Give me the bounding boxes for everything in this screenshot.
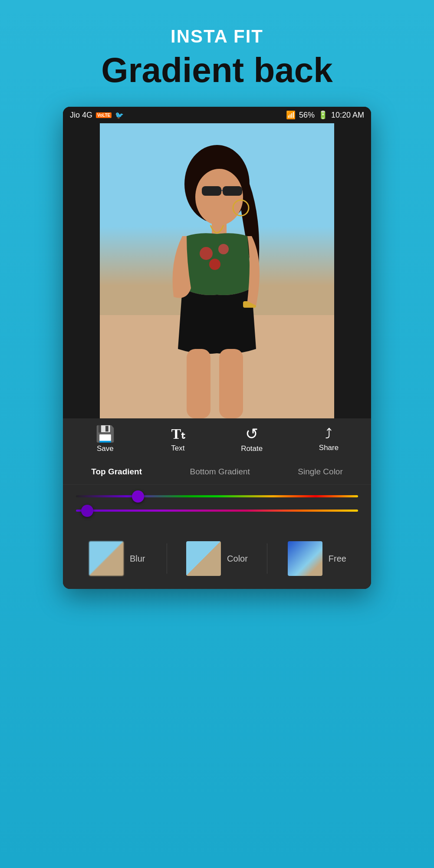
rotate-label: Rotate xyxy=(241,444,263,453)
color-slider-track xyxy=(76,495,358,497)
tab-top-gradient[interactable]: Top Gradient xyxy=(88,465,145,478)
saturation-slider-track xyxy=(76,510,358,512)
text-button[interactable]: Tₜ Text xyxy=(171,427,184,453)
app-subtitle: INSTA FIT xyxy=(9,26,425,47)
volte-badge: VoLTE xyxy=(96,112,112,118)
svg-point-8 xyxy=(209,259,220,270)
preset-color-thumb xyxy=(186,541,221,576)
carrier-text: Jio 4G xyxy=(70,111,92,120)
preset-blur-label: Blur xyxy=(130,554,145,564)
saturation-slider-thumb[interactable] xyxy=(81,505,93,517)
color-slider-thumb[interactable] xyxy=(132,490,144,503)
svg-rect-9 xyxy=(187,349,210,418)
saturation-slider-container xyxy=(76,510,358,512)
svg-point-1 xyxy=(195,169,243,225)
app-title: Gradient back xyxy=(9,51,425,89)
rotate-button[interactable]: ↺ Rotate xyxy=(241,426,263,453)
preset-free-label: Free xyxy=(329,554,346,564)
svg-rect-3 xyxy=(223,186,242,196)
svg-rect-10 xyxy=(219,349,243,418)
photo-canvas xyxy=(63,123,371,418)
wifi-icon: 📶 xyxy=(286,110,296,120)
battery-icon: 🔋 xyxy=(318,110,328,120)
presets-area: Blur Color Free xyxy=(63,533,371,589)
share-button[interactable]: ⤴ Share xyxy=(319,427,339,452)
share-label: Share xyxy=(319,444,339,452)
preset-color-label: Color xyxy=(227,554,248,564)
photo-inner xyxy=(100,123,334,418)
sliders-area xyxy=(63,485,371,533)
status-bar: Jio 4G VoLTE 🐦 📶 56% 🔋 10:20 AM xyxy=(63,107,371,123)
time-display: 10:20 AM xyxy=(331,111,364,120)
save-label: Save xyxy=(97,444,114,453)
text-label: Text xyxy=(171,444,184,453)
svg-point-7 xyxy=(218,244,229,254)
preset-free-thumb xyxy=(288,541,322,576)
preset-free[interactable]: Free xyxy=(267,541,367,576)
text-icon: Tₜ xyxy=(171,427,184,441)
header: INSTA FIT Gradient back xyxy=(0,0,434,107)
preset-blur[interactable]: Blur xyxy=(67,541,167,576)
signal-strength: 56% xyxy=(299,111,315,120)
status-right: 📶 56% 🔋 10:20 AM xyxy=(286,110,364,120)
gradient-tabs: Top Gradient Bottom Gradient Single Colo… xyxy=(63,459,371,485)
status-left: Jio 4G VoLTE 🐦 xyxy=(70,111,124,120)
photo-placeholder xyxy=(100,123,334,418)
save-icon: 💾 xyxy=(95,426,115,442)
tab-single-color[interactable]: Single Color xyxy=(294,465,346,478)
toolbar: 💾 Save Tₜ Text ↺ Rotate ⤴ Share xyxy=(63,418,371,459)
phone-frame: Jio 4G VoLTE 🐦 📶 56% 🔋 10:20 AM xyxy=(63,107,371,589)
save-button[interactable]: 💾 Save xyxy=(95,426,115,453)
rotate-icon: ↺ xyxy=(245,426,258,442)
twitter-icon: 🐦 xyxy=(115,111,124,119)
color-slider-container xyxy=(76,495,358,497)
tab-bottom-gradient[interactable]: Bottom Gradient xyxy=(186,465,253,478)
svg-point-6 xyxy=(200,247,213,260)
preset-color[interactable]: Color xyxy=(167,541,266,576)
svg-rect-2 xyxy=(202,186,221,196)
preset-blur-thumb xyxy=(89,541,124,576)
share-icon: ⤴ xyxy=(325,427,332,441)
photo-figure xyxy=(143,141,291,418)
